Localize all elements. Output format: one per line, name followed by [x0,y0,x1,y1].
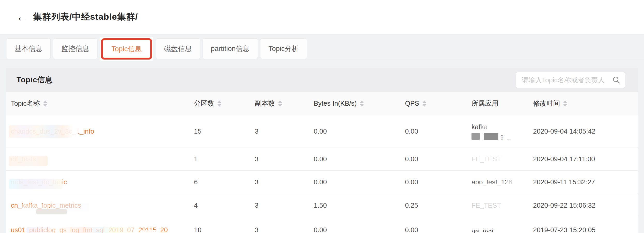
tab-topic-analysis[interactable]: Topic分析 [260,38,307,59]
tab-disk-info[interactable]: 磁盘信息 [156,38,200,59]
app-cell: FE_TEST [471,201,533,210]
col-partitions: 分区数 [194,99,255,108]
table-row: dif_tests 1 3 0.00 0.00 FE_TEST 2020-09-… [6,148,638,171]
tab-label: 监控信息 [61,44,89,53]
partitions-cell: 10 [194,226,255,233]
partitions-cell: 6 [194,178,255,186]
table-body: chandcs_dus_2v_3c_1_info 15 3 0.00 0.00 … [6,115,638,233]
table-row: us01_publiclog_gs_log_fmt_sql_2019_07_29… [6,217,638,233]
modified-cell: 2020-09-22 15:06:32 [533,201,638,209]
topic-search-input[interactable]: 请输入Topic名称或者负责人 [516,72,625,88]
redaction-mosaic: g _ [471,133,533,140]
bytes-in-cell: 1.50 [314,201,405,209]
sort-icon[interactable] [278,100,282,107]
app-cell: app_test_126 [471,178,533,186]
col-modified: 修改时间 [533,99,638,108]
bytes-in-cell: 0.00 [314,226,405,233]
search-placeholder: 请输入Topic名称或者负责人 [522,76,612,85]
tab-label: 磁盘信息 [164,44,192,53]
tab-basic-info[interactable]: 基本信息 [6,38,51,59]
table-row: cn_kafka_topic_metrics 4 3 1.50 0.25 FE_… [6,194,638,217]
partitions-cell: 1 [194,155,255,163]
bytes-in-cell: 0.00 [314,127,405,135]
app-cell: qa_test [471,226,533,233]
col-app: 所属应用 [471,99,533,108]
modified-cell: 2019-07-23 15:20:05 [533,226,638,233]
search-icon[interactable] [612,76,620,84]
tab-bar: 基本信息 监控信息 Topic信息 磁盘信息 partition信息 Topic… [0,34,644,59]
tab-topic-info[interactable]: Topic信息 [100,37,153,61]
qps-cell: 0.00 [405,178,471,186]
qps-cell: 0.00 [405,226,471,233]
tab-partition-info[interactable]: partition信息 [203,38,258,59]
partitions-cell: 15 [194,127,255,135]
top-bar: ← 集群列表/中经stable集群/ [0,0,644,34]
tab-label: 基本信息 [14,44,42,53]
table-row: mds_test_dc_topic 6 3 0.00 0.00 app_test… [6,171,638,194]
section-title: Topic信息 [17,75,53,85]
sort-icon[interactable] [422,100,426,107]
topic-link[interactable]: chandcs_dus_2v_3c_1_info [11,127,94,135]
back-icon[interactable]: ← [15,10,29,24]
topic-name-cell: chandcs_dus_2v_3c_1_info [11,127,194,135]
replicas-cell: 3 [255,201,314,209]
col-qps: QPS [405,99,471,107]
bytes-in-cell: 0.00 [314,155,405,163]
app-cell: kafka g _ [471,123,533,140]
tab-label: partition信息 [211,44,250,53]
sort-icon[interactable] [217,100,221,107]
bytes-in-cell: 0.00 [314,178,405,186]
modified-cell: 2020-09-04 17:11:00 [533,155,638,163]
table-header-row: Topic名称 分区数 副本数 Bytes In(KB/s) QPS 所属应用 … [6,92,638,115]
col-topic-name: Topic名称 [11,99,194,108]
topic-info-panel: Topic信息 请输入Topic名称或者负责人 Topic名称 分区数 副本数 … [6,68,638,233]
qps-cell: 0.00 [405,155,471,163]
col-bytes-in: Bytes In(KB/s) [314,99,405,107]
topic-link[interactable]: mds_test_dc_topic [11,178,67,186]
col-replicas: 副本数 [255,99,314,108]
topic-link[interactable]: dif_tests [11,155,36,163]
modified-cell: 2020-09-04 14:05:42 [533,127,638,135]
qps-cell: 0.00 [405,127,471,135]
topic-name-cell: us01_publiclog_gs_log_fmt_sql_2019_07_29… [11,226,194,233]
app-cell: FE_TEST [471,155,533,163]
sort-icon[interactable] [43,100,47,107]
sort-icon[interactable] [563,100,567,107]
replicas-cell: 3 [255,127,314,135]
topic-name-cell: cn_kafka_topic_metrics [11,201,194,209]
replicas-cell: 3 [255,155,314,163]
qps-cell: 0.25 [405,201,471,209]
sort-icon[interactable] [360,100,364,107]
topic-name-cell: mds_test_dc_topic [11,178,194,186]
redaction-patch [36,209,67,214]
replicas-cell: 3 [255,178,314,186]
tab-label: Topic分析 [268,44,299,53]
table-row: chandcs_dus_2v_3c_1_info 15 3 0.00 0.00 … [6,115,638,148]
topic-link[interactable]: us01_publiclog_gs_log_fmt_sql_2019_07_29… [11,226,168,233]
modified-cell: 2020-09-11 15:32:27 [533,178,638,186]
section-header: Topic信息 请输入Topic名称或者负责人 [6,68,638,92]
topic-name-cell: dif_tests [11,155,194,163]
page-title: 集群列表/中经stable集群/ [33,11,138,23]
partitions-cell: 4 [194,201,255,209]
tab-monitor-info[interactable]: 监控信息 [53,38,98,59]
replicas-cell: 3 [255,226,314,233]
topic-link[interactable]: cn_kafka_topic_metrics [11,201,81,209]
tab-label: Topic信息 [111,44,142,54]
